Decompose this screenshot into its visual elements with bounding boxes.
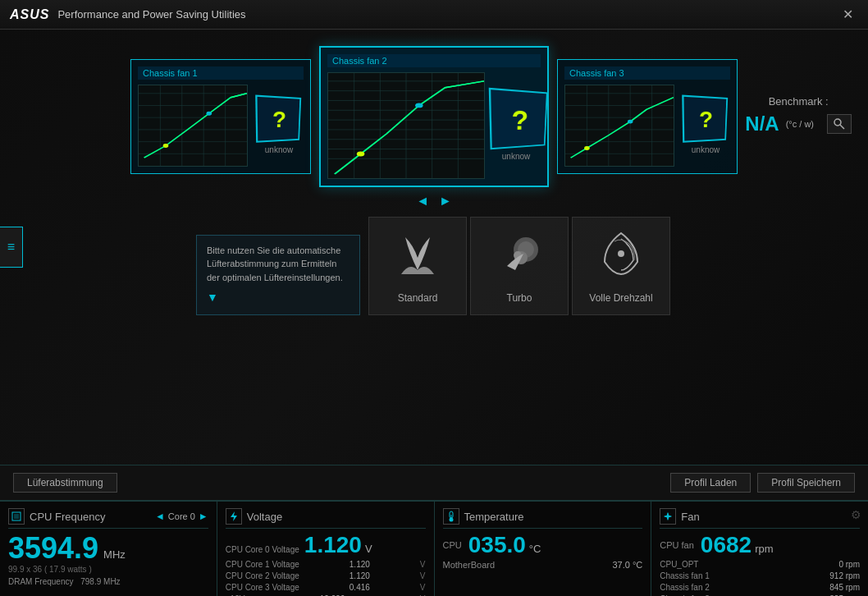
temperature-title: Temperature [464, 511, 524, 523]
cpu-core-label: Core 0 [168, 511, 195, 521]
window-title: Performance and Power Saving Utilities [57, 8, 245, 21]
cpu-core-nav-next[interactable]: ► [199, 511, 208, 522]
dram-freq-val: 798.9 MHz [80, 577, 120, 586]
voltage-title: Voltage [247, 511, 282, 523]
cpu-fan-value: 0682 [701, 534, 752, 557]
unknow-label-3: unknow [681, 145, 730, 154]
mode-label-turbo: Turbo [507, 292, 532, 304]
svg-rect-54 [450, 515, 451, 519]
profil-laden-button[interactable]: Profil Laden [670, 473, 751, 493]
fan-unknow-1: ? unknow [254, 97, 304, 154]
cpu-frequency-sub1: 99.9 x 36 ( 17.9 watts ) [8, 565, 208, 574]
mode-card-full-speed[interactable]: Volle Drehzahl [572, 217, 670, 315]
fan-graph-2 [327, 72, 485, 179]
fan-icon [660, 508, 676, 525]
nav-prev[interactable]: ◄ [416, 194, 429, 209]
cpu-fan-unit: rpm [755, 543, 773, 555]
title-bar-left: ASUS Performance and Power Saving Utilit… [10, 7, 246, 22]
svg-rect-50 [14, 514, 19, 519]
title-bar: ASUS Performance and Power Saving Utilit… [0, 0, 868, 30]
fan-card-1[interactable]: Chassis fan 1 [130, 59, 311, 174]
profil-speichern-button[interactable]: Profil Speichern [757, 473, 855, 493]
mode-label-standard: Standard [398, 292, 438, 304]
nav-next[interactable]: ► [439, 194, 452, 209]
cpu-fan-label: CPU fan [660, 540, 694, 550]
voltage-big-unit: V [365, 543, 372, 555]
benchmark-search-icon[interactable] [827, 114, 852, 134]
svg-marker-51 [231, 511, 237, 521]
svg-point-27 [357, 152, 365, 157]
fan-card-3-title: Chassis fan 3 [564, 66, 730, 80]
unknow-label-1: unknow [254, 145, 304, 154]
benchmark-unit: (°c / w) [786, 119, 814, 129]
svg-point-46 [618, 250, 624, 257]
svg-point-11 [207, 112, 212, 116]
mode-row: Bitte nutzen Sie die automatische Lüfter… [41, 209, 827, 315]
voltage-icon [226, 508, 242, 525]
menu-icon: ≡ [7, 240, 15, 254]
asus-logo: ASUS [10, 7, 49, 22]
sidebar-toggle[interactable]: ≡ [0, 227, 23, 268]
fan-header: Fan [660, 508, 860, 529]
dram-freq-label: DRAM Frequency [8, 577, 73, 586]
question-box-2: ? [489, 87, 548, 149]
cpu-frequency-header: CPU Frequency ◄ Core 0 ► [8, 508, 208, 529]
svg-point-10 [163, 144, 169, 148]
close-button[interactable]: ✕ [838, 5, 858, 24]
cpu-frequency-nav: ◄ Core 0 ► [155, 511, 208, 522]
main-area: ≡ Chassis fan 1 [0, 30, 868, 465]
cpu-temp-unit: °C [529, 543, 541, 555]
svg-point-47 [834, 119, 841, 126]
svg-point-28 [415, 103, 423, 108]
mode-icon-turbo [495, 229, 544, 286]
question-box-1: ? [255, 94, 301, 142]
fan-card-1-title: Chassis fan 1 [138, 66, 304, 80]
benchmark-label: Benchmark : [745, 95, 852, 108]
cpu-temp-value: 035.0 [468, 534, 526, 557]
fan-graph-1 [138, 85, 248, 167]
fan-unknow-3: ? unknow [681, 97, 730, 154]
mode-icon-full-speed [596, 229, 646, 286]
status-bar: CPU Frequency ◄ Core 0 ► 3594.9 MHz 99.9… [0, 501, 868, 596]
cpu-frequency-title: CPU Frequency [30, 511, 105, 523]
cpu-frequency-sub2: DRAM Frequency 798.9 MHz [8, 577, 208, 586]
info-box: Bitte nutzen Sie die automatische Lüfter… [196, 235, 360, 316]
unknow-label-2: unknow [491, 152, 541, 161]
gear-icon[interactable]: ⚙ [851, 508, 861, 521]
cpu-frequency-unit: MHz [103, 548, 126, 561]
info-box-arrow: ▼ [207, 289, 349, 306]
voltage-big-value: 1.120 [304, 534, 362, 557]
svg-point-41 [628, 120, 633, 124]
svg-line-29 [445, 81, 485, 88]
fans-area: Chassis fan 1 [0, 30, 868, 465]
cpu-core-0-volt-label: CPU Core 0 Voltage [226, 545, 299, 554]
cpu-opt-row: CPU_OPT 0 rpm [660, 560, 860, 569]
fan-cards-row: Chassis fan 1 [41, 46, 827, 187]
fan-card-3[interactable]: Chassis fan 3 [557, 59, 738, 174]
mode-label-full-speed: Volle Drehzahl [589, 292, 652, 304]
fan-card-1-content: ? unknow [138, 85, 304, 167]
motherboard-temp-row: MotherBoard 37.0 °C [443, 560, 643, 570]
fan-graph-3 [564, 85, 674, 167]
mode-card-standard[interactable]: Standard [368, 217, 467, 315]
benchmark-area: Benchmark : N/A (°c / w) [745, 95, 852, 135]
fan-card-2-content: ? unknow [327, 72, 541, 179]
fan-title: Fan [681, 511, 699, 523]
fan-section: ⚙ Fan CPU fan 0682 rpm CPU_OPT 0 r [651, 502, 868, 596]
svg-line-48 [840, 125, 844, 129]
cpu-frequency-section: CPU Frequency ◄ Core 0 ► 3594.9 MHz 99.9… [0, 502, 217, 596]
svg-point-40 [584, 146, 590, 150]
toolbar-right: Profil Laden Profil Speichern [670, 473, 855, 493]
fan-card-2[interactable]: Chassis fan 2 [319, 46, 549, 187]
cpu-temp-label: CPU [443, 540, 462, 550]
luefterabstimmung-button[interactable]: Lüferabstimmung [13, 473, 117, 493]
nav-arrows: ◄ ► [416, 194, 452, 209]
cpu-core-nav-prev[interactable]: ◄ [155, 511, 165, 522]
voltage-section: Voltage CPU Core 0 Voltage 1.120 V CPU C… [217, 502, 435, 596]
svg-line-12 [231, 94, 247, 98]
voltage-row-3: CPU Core 3 Voltage 0.416 V [226, 583, 426, 592]
chassis-fan-1-row: Chassis fan 1 912 rpm [660, 571, 860, 580]
chassis-fan-2-row: Chassis fan 2 845 rpm [660, 583, 860, 592]
mode-icon-standard [393, 229, 442, 286]
mode-card-turbo[interactable]: Turbo [470, 217, 569, 315]
